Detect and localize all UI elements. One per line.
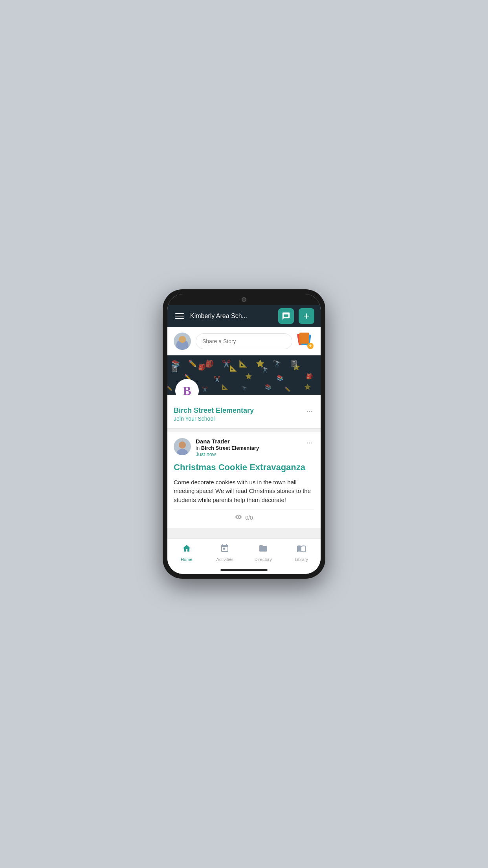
story-share-box: +: [167, 327, 321, 355]
school-info-card: Birch Street Elementary Join Your School…: [167, 395, 321, 428]
plus-icon: [302, 312, 311, 320]
post-header: Dana Trader in Birch Street Elementary J…: [174, 438, 314, 457]
svg-text:📐: 📐: [229, 364, 237, 372]
current-user-avatar: [174, 333, 191, 350]
post-location-school[interactable]: Birch Street Elementary: [201, 445, 259, 451]
post-view-count: 0/0: [245, 515, 253, 521]
school-more-options-button[interactable]: ···: [305, 406, 314, 416]
views-icon: [235, 513, 242, 522]
home-tab-label: Home: [181, 557, 192, 562]
svg-text:📓: 📓: [171, 365, 178, 373]
top-nav: Kimberly Area Sch...: [167, 305, 321, 327]
school-text-block: Birch Street Elementary Join Your School: [174, 406, 254, 422]
svg-text:✂️: ✂️: [202, 386, 208, 392]
activities-tab-label: Activities: [216, 557, 233, 562]
svg-text:⭐: ⭐: [304, 384, 311, 390]
nav-title: Kimberly Area Sch...: [190, 313, 273, 320]
library-tab-icon: [297, 544, 306, 555]
book-svg: [297, 544, 306, 553]
svg-text:🔭: 🔭: [241, 385, 247, 391]
post-author-name: Dana Trader: [196, 438, 300, 445]
post-avatar-image: [174, 438, 191, 455]
school-banner: 📓 ✏️ 🎒 ✂️ 📐 ⭐ 🔭 📚 ⭐ 🎒 ✏️ 📓 ✂️: [167, 355, 321, 395]
avatar-image: [174, 333, 191, 350]
svg-point-24: [179, 441, 186, 449]
home-tab-icon: [182, 544, 191, 555]
menu-button[interactable]: [174, 312, 185, 320]
svg-text:⭐: ⭐: [245, 373, 252, 380]
svg-text:✏️: ✏️: [167, 385, 172, 391]
svg-text:📚: 📚: [265, 384, 272, 390]
home-svg: [182, 544, 191, 553]
tab-home[interactable]: Home: [167, 541, 206, 565]
tab-library[interactable]: Library: [283, 541, 321, 565]
post-author-avatar: [174, 438, 191, 455]
home-indicator: [167, 566, 321, 574]
svg-text:✂️: ✂️: [214, 376, 221, 383]
bottom-tabs: Home Activities Directory: [167, 539, 321, 566]
folder-svg: [259, 544, 268, 553]
directory-tab-label: Directory: [255, 557, 272, 562]
photo-add-button[interactable]: +: [297, 333, 314, 350]
section-divider: [167, 428, 321, 432]
svg-text:📐: 📐: [222, 384, 229, 390]
svg-text:🔭: 🔭: [261, 366, 269, 373]
chat-icon: [282, 312, 290, 320]
home-bar: [220, 569, 268, 571]
svg-point-3: [179, 337, 185, 343]
svg-point-0: [174, 333, 191, 350]
story-share-input[interactable]: [196, 333, 292, 349]
phone-screen: Kimberly Area Sch...: [167, 294, 321, 574]
camera-notch: [242, 297, 246, 302]
svg-text:✏️: ✏️: [284, 386, 290, 392]
post-body: Come decorate cookies with us in the tow…: [174, 478, 314, 505]
svg-point-2: [177, 343, 188, 350]
chat-button[interactable]: [278, 308, 294, 324]
post-timestamp: Just now: [196, 451, 300, 457]
school-logo-letter: B: [183, 384, 191, 395]
school-info-header: Birch Street Elementary Join Your School…: [174, 406, 314, 422]
library-tab-label: Library: [295, 557, 308, 562]
post-more-options-button[interactable]: ···: [305, 438, 314, 447]
activities-tab-icon: [220, 544, 229, 555]
content-scroll[interactable]: + 📓 ✏️ 🎒 ✂️ 📐 ⭐ 🔭: [167, 327, 321, 539]
tab-activities[interactable]: Activities: [206, 541, 244, 565]
phone-shell: Kimberly Area Sch...: [163, 289, 325, 579]
post-location-prefix: in: [196, 445, 200, 451]
add-button[interactable]: [299, 308, 314, 324]
post-user-info: Dana Trader in Birch Street Elementary J…: [196, 438, 300, 457]
directory-tab-icon: [259, 544, 268, 555]
post-card: Dana Trader in Birch Street Elementary J…: [167, 432, 321, 528]
tab-directory[interactable]: Directory: [244, 541, 283, 565]
status-bar: [167, 294, 321, 305]
post-title: Christmas Cookie Extravaganza: [174, 462, 314, 473]
svg-text:📚: 📚: [277, 375, 284, 381]
photo-plus-badge: +: [307, 343, 314, 349]
calendar-svg: [220, 544, 229, 553]
school-join-link[interactable]: Join Your School: [174, 416, 254, 422]
svg-point-1: [179, 336, 186, 343]
post-stats: 0/0: [174, 509, 314, 522]
eye-svg: [235, 513, 242, 520]
svg-text:🎒: 🎒: [306, 373, 313, 380]
school-name: Birch Street Elementary: [174, 406, 254, 415]
svg-text:⭐: ⭐: [292, 363, 300, 371]
post-location: in Birch Street Elementary: [196, 445, 300, 451]
svg-text:🎒: 🎒: [198, 363, 206, 371]
